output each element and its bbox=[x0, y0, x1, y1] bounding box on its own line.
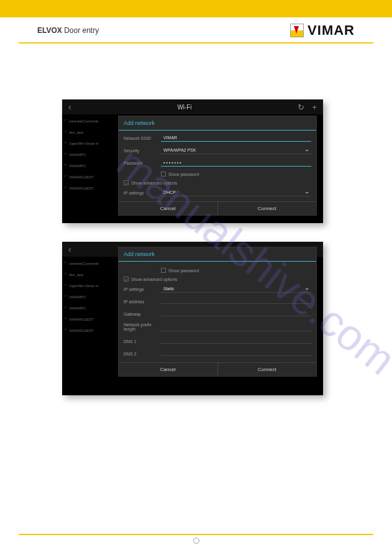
wifi-lock-icon: ◜ bbox=[65, 163, 66, 168]
wifi-lock-icon: ◜ bbox=[65, 185, 66, 191]
list-item[interactable]: ◜VIMARPC bbox=[65, 305, 116, 311]
page-circle-icon bbox=[193, 538, 199, 544]
company-name: VIMAR bbox=[308, 22, 355, 39]
device-screen-1: ‹ Wi-Fi ↻ + ◜carante(Connecte ◜dev_app ◜… bbox=[62, 99, 323, 223]
ip-address-label: IP address bbox=[124, 300, 161, 304]
dns2-input[interactable] bbox=[161, 350, 311, 356]
dialog-title: Add network bbox=[119, 116, 316, 131]
add-network-dialog-1: Add network Network SSID VIMAR Security … bbox=[118, 116, 317, 216]
wifi-icon: ◜ bbox=[65, 260, 66, 266]
add-icon[interactable]: + bbox=[312, 103, 317, 112]
ip-settings-select[interactable]: DHCP bbox=[161, 189, 311, 196]
back-icon[interactable]: ‹ bbox=[68, 244, 71, 254]
list-item[interactable]: ◜dev_app bbox=[65, 272, 116, 277]
list-item[interactable]: ◜OpenWrt-Vimar-A bbox=[65, 140, 116, 146]
list-item[interactable]: ◜VIMARGUEST bbox=[65, 185, 116, 191]
checkbox-checked-icon: ✓ bbox=[124, 180, 129, 185]
add-network-dialog-2: Add network Show password ✓ Show advance… bbox=[118, 247, 317, 377]
gateway-input[interactable] bbox=[161, 310, 311, 316]
refresh-icon[interactable]: ↻ bbox=[298, 103, 304, 112]
dns2-label: DNS 2 bbox=[124, 352, 161, 356]
dialog-title: Add network bbox=[119, 247, 316, 262]
show-password-check[interactable]: Show password bbox=[161, 268, 311, 273]
list-item[interactable]: ◜VIMARPC bbox=[65, 163, 116, 168]
screen-title: Wi-Fi bbox=[177, 104, 191, 111]
chevron-down-icon bbox=[305, 150, 309, 152]
cancel-button[interactable]: Cancel bbox=[119, 202, 218, 215]
security-label: Security bbox=[124, 149, 161, 153]
brand-name: ELVOX bbox=[37, 26, 62, 35]
ssid-label: Network SSID bbox=[124, 136, 161, 140]
wifi-lock-icon: ◜ bbox=[65, 316, 66, 322]
list-item[interactable]: ◜VIMARGUEST bbox=[65, 174, 116, 180]
device-screen-2: ‹ ↻ + ◜carante(Connecte ◜dev_app ◜OpenWr… bbox=[62, 242, 323, 395]
device-topbar-1: ‹ Wi-Fi ↻ + bbox=[62, 99, 323, 114]
ip-settings-select[interactable]: Static bbox=[161, 285, 311, 293]
list-item[interactable]: ◜VIMARPC bbox=[65, 294, 116, 300]
checkbox-icon bbox=[161, 268, 166, 273]
connect-button[interactable]: Connect bbox=[218, 202, 317, 215]
list-item[interactable]: ◜VIMARGUEST bbox=[65, 316, 116, 322]
wifi-list-2: ◜carante(Connecte ◜dev_app ◜OpenWrt-Vima… bbox=[62, 257, 118, 389]
wifi-lock-icon: ◜ bbox=[65, 305, 66, 311]
show-advanced-check[interactable]: ✓ Show advanced options bbox=[124, 277, 311, 282]
vimar-logo-icon bbox=[290, 24, 304, 37]
cancel-button[interactable]: Cancel bbox=[119, 363, 218, 376]
password-label: Password bbox=[124, 161, 161, 165]
product-name: Door entry bbox=[64, 26, 99, 35]
list-item[interactable]: ◜carante(Connecte bbox=[65, 118, 116, 124]
back-icon[interactable]: ‹ bbox=[68, 102, 71, 112]
show-advanced-check[interactable]: ✓ Show advanced options bbox=[124, 180, 311, 185]
content-area: ‹ Wi-Fi ↻ + ◜carante(Connecte ◜dev_app ◜… bbox=[0, 44, 392, 420]
prefix-length-input[interactable] bbox=[161, 325, 311, 331]
list-item[interactable]: ◜VIMARPC bbox=[65, 152, 116, 157]
bottom-gold-bar bbox=[19, 534, 373, 535]
ip-settings-label: IP settings bbox=[124, 287, 161, 291]
connect-button[interactable]: Connect bbox=[218, 363, 317, 376]
page-header: ELVOX Door entry VIMAR bbox=[19, 17, 373, 44]
wifi-icon: ◜ bbox=[65, 272, 66, 277]
gateway-label: Gateway bbox=[124, 312, 161, 316]
ip-settings-label: IP settings bbox=[124, 191, 161, 195]
checkbox-icon bbox=[161, 172, 166, 177]
dns1-label: DNS 1 bbox=[124, 339, 161, 344]
header-right: VIMAR bbox=[290, 22, 355, 39]
header-left: ELVOX Door entry bbox=[37, 26, 99, 35]
wifi-lock-icon: ◜ bbox=[65, 294, 66, 300]
list-item[interactable]: ◜OpenWrt-Vimar-A bbox=[65, 283, 116, 288]
wifi-list-1: ◜carante(Connecte ◜dev_app ◜OpenWrt-Vima… bbox=[62, 114, 118, 217]
list-item[interactable]: ◜carante(Connecte bbox=[65, 260, 116, 266]
wifi-icon: ◜ bbox=[65, 118, 66, 124]
show-password-check[interactable]: Show password bbox=[161, 172, 311, 177]
dns1-input[interactable] bbox=[161, 337, 311, 344]
chevron-down-icon bbox=[305, 288, 309, 290]
ip-address-input[interactable] bbox=[161, 298, 311, 304]
wifi-icon: ◜ bbox=[65, 129, 66, 135]
password-input[interactable]: • • • • • • • bbox=[161, 159, 311, 167]
wifi-lock-icon: ◜ bbox=[65, 283, 66, 288]
checkbox-checked-icon: ✓ bbox=[124, 277, 129, 282]
top-gold-bar bbox=[0, 0, 392, 17]
chevron-down-icon bbox=[305, 192, 309, 194]
wifi-lock-icon: ◜ bbox=[65, 174, 66, 180]
list-item[interactable]: ◜dev_app bbox=[65, 129, 116, 135]
wifi-lock-icon: ◜ bbox=[65, 328, 66, 333]
wifi-lock-icon: ◜ bbox=[65, 152, 66, 157]
ssid-input[interactable]: VIMAR bbox=[161, 134, 311, 142]
security-select[interactable]: WPA/WPA2 PSK bbox=[161, 147, 311, 154]
wifi-lock-icon: ◜ bbox=[65, 140, 66, 146]
list-item[interactable]: ◜VIMARGUEST bbox=[65, 328, 116, 333]
prefix-length-label: Network prefix length bbox=[124, 323, 161, 331]
